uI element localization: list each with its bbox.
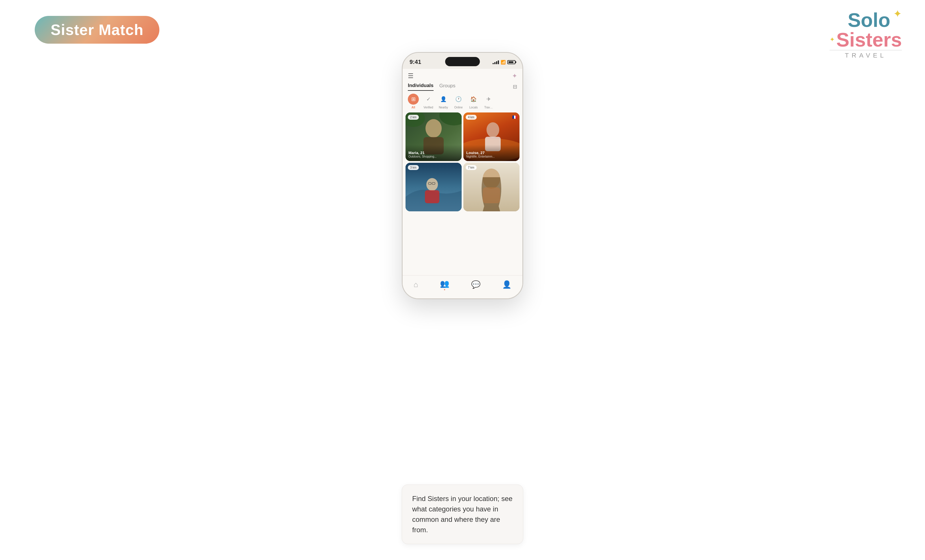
card-4-distance: 7 km xyxy=(466,165,477,170)
logo-sisters-text: Sisters xyxy=(836,30,902,50)
app-content: ☰ ✦ Individuals Groups ⊟ ⊞ All ✓ Verifie… xyxy=(403,69,522,298)
logo-star-left-icon: ✦ xyxy=(830,36,835,43)
dynamic-island xyxy=(445,57,480,66)
profile-icon: 👤 xyxy=(502,280,511,289)
user-card-2[interactable]: 4 km 🇫🇷 Louise, 27 Nightlife, Entertainm… xyxy=(463,113,520,161)
category-travel[interactable]: ✈ Trav… xyxy=(483,94,494,109)
bottom-nav-people[interactable]: 👥 xyxy=(440,279,449,290)
tab-bar: Individuals Groups ⊟ xyxy=(403,80,522,91)
user-card-1[interactable]: 2 km Maria, 21 Outdoors, Shopping... xyxy=(405,113,462,161)
app-top-nav: ☰ ✦ xyxy=(403,69,522,80)
svg-point-7 xyxy=(487,122,499,137)
card-1-info: Maria, 21 Outdoors, Shopping... xyxy=(405,145,462,161)
user-card-4[interactable]: 7 km xyxy=(463,163,520,211)
category-travel-icon: ✈ xyxy=(483,94,494,105)
header-badge-text: Sister Match xyxy=(51,21,143,38)
status-time: 9:41 xyxy=(410,59,421,65)
card-1-distance: 2 km xyxy=(408,115,419,120)
svg-point-10 xyxy=(426,178,438,191)
category-row: ⊞ All ✓ Verified 👤 Nearby 🕐 Online 🏠 xyxy=(403,91,522,111)
header-badge: Sister Match xyxy=(35,16,160,44)
card-2-info: Louise, 27 Nightlife, Entertainm... xyxy=(463,145,520,161)
people-icon: 👥 xyxy=(440,279,449,288)
phone-mockup: 9:41 📶 ☰ ✦ xyxy=(402,52,523,299)
logo-container: Solo ✦ ✦ Sisters TRAVEL xyxy=(830,10,902,59)
bottom-nav-messages[interactable]: 💬 xyxy=(471,280,481,289)
bottom-nav: ⌂ 👥 💬 👤 xyxy=(403,275,522,298)
card-1-name: Maria, 21 xyxy=(408,151,459,155)
signal-bars-icon xyxy=(493,60,499,64)
menu-icon[interactable]: ☰ xyxy=(408,72,414,80)
description-box: Find Sisters in your location; see what … xyxy=(402,485,523,544)
svg-rect-11 xyxy=(425,190,439,203)
phone-frame: 9:41 📶 ☰ ✦ xyxy=(402,52,523,299)
card-3-image xyxy=(405,163,462,211)
logo-solo-text: Solo xyxy=(848,10,890,30)
status-icons: 📶 xyxy=(493,60,515,65)
bottom-nav-profile[interactable]: 👤 xyxy=(502,280,511,289)
bottom-nav-home[interactable]: ⌂ xyxy=(414,280,418,289)
logo-travel-text: TRAVEL xyxy=(830,50,902,59)
category-online[interactable]: 🕐 Online xyxy=(453,94,464,109)
filter-icon[interactable]: ⊟ xyxy=(513,84,517,90)
category-nearby-icon: 👤 xyxy=(438,94,449,105)
card-1-interests: Outdoors, Shopping... xyxy=(408,155,459,158)
description-text: Find Sisters in your location; see what … xyxy=(412,494,513,535)
category-travel-label: Trav… xyxy=(484,106,493,109)
tab-individuals[interactable]: Individuals xyxy=(408,83,434,91)
category-online-label: Online xyxy=(454,106,463,109)
category-locals[interactable]: 🏠 Locals xyxy=(468,94,479,109)
card-2-name: Louise, 27 xyxy=(466,151,517,155)
category-verified-icon: ✓ xyxy=(423,94,434,105)
svg-point-1 xyxy=(425,119,442,138)
category-online-icon: 🕐 xyxy=(453,94,464,105)
category-all-icon: ⊞ xyxy=(408,94,419,105)
category-verified-label: Verified xyxy=(423,106,433,109)
active-dot xyxy=(444,289,445,290)
category-locals-label: Locals xyxy=(469,106,478,109)
battery-icon xyxy=(507,60,515,64)
card-4-image xyxy=(463,163,520,211)
tab-groups[interactable]: Groups xyxy=(439,83,456,90)
category-all-label: All xyxy=(411,106,415,109)
user-card-3[interactable]: 3 km xyxy=(405,163,462,211)
category-locals-icon: 🏠 xyxy=(468,94,479,105)
home-icon: ⌂ xyxy=(414,280,418,289)
svg-rect-16 xyxy=(483,187,500,203)
messages-icon: 💬 xyxy=(471,280,481,289)
category-nearby[interactable]: 👤 Nearby xyxy=(438,94,449,109)
category-all[interactable]: ⊞ All xyxy=(408,94,419,109)
category-nearby-label: Nearby xyxy=(439,106,448,109)
category-verified[interactable]: ✓ Verified xyxy=(423,94,434,109)
card-2-flag: 🇫🇷 xyxy=(512,115,517,119)
wifi-icon: 📶 xyxy=(501,60,506,65)
users-grid: 2 km Maria, 21 Outdoors, Shopping... xyxy=(403,111,522,213)
card-3-distance: 3 km xyxy=(408,165,419,170)
card-2-interests: Nightlife, Entertainm... xyxy=(466,155,517,158)
logo-star-icon: ✦ xyxy=(893,9,902,19)
card-2-distance: 4 km xyxy=(466,115,477,120)
sparkle-icon[interactable]: ✦ xyxy=(512,72,517,80)
